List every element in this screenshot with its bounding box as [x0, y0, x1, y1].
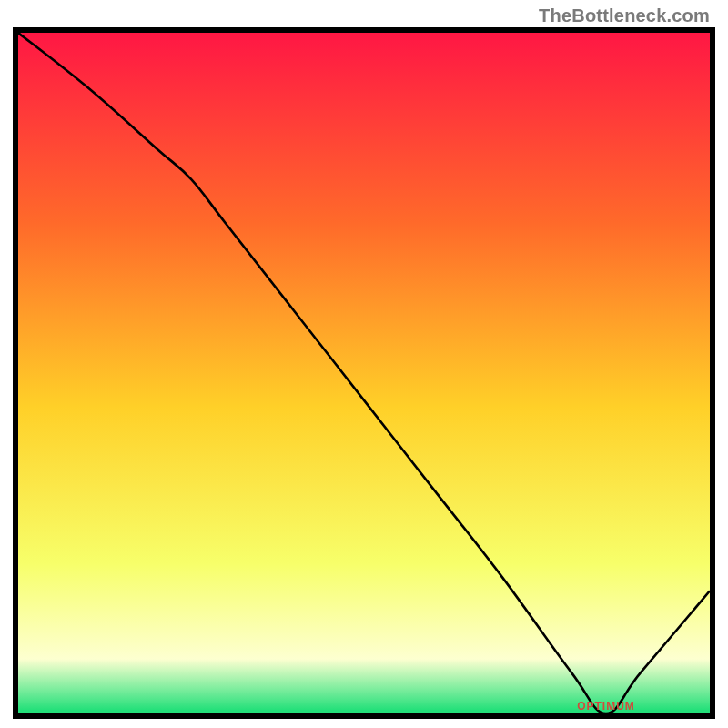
- chart-background: [18, 33, 710, 713]
- chart-svg: OPTIMUM: [13, 27, 715, 719]
- attribution-text: TheBottleneck.com: [539, 5, 710, 26]
- optimum-annotation: OPTIMUM: [577, 700, 635, 713]
